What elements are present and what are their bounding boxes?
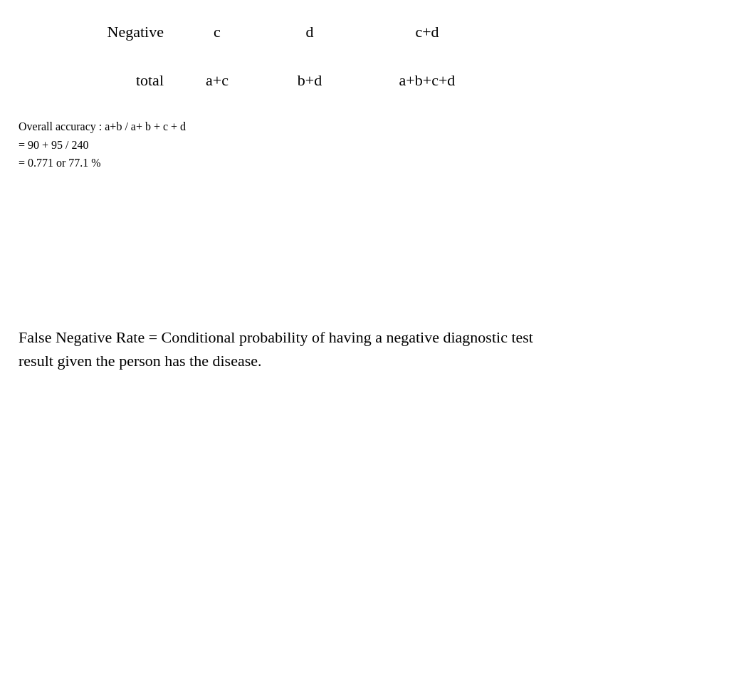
cell-c: c <box>171 23 263 41</box>
cell-ac: a+c <box>171 71 263 90</box>
accuracy-line1: Overall accuracy : a+b / a+ b + c + d <box>19 117 186 136</box>
fnr-section: False Negative Rate = Conditional probab… <box>19 325 695 372</box>
cell-bd: b+d <box>263 71 356 90</box>
cell-abcd: a+b+c+d <box>356 71 498 90</box>
label-negative: Negative <box>0 23 171 41</box>
table-row-total: total a+c b+d a+b+c+d <box>0 71 756 90</box>
fnr-line1: False Negative Rate = Conditional probab… <box>19 325 695 349</box>
fnr-line2: result given the person has the disease. <box>19 349 695 372</box>
table-row-negative: Negative c d c+d <box>0 23 756 41</box>
cell-cd: c+d <box>356 23 498 41</box>
overall-accuracy-section: Overall accuracy : a+b / a+ b + c + d = … <box>19 117 186 172</box>
accuracy-line3: = 0.771 or 77.1 % <box>19 154 186 172</box>
main-content: Negative c d c+d total a+c b+d a+b+c+d O… <box>0 0 756 700</box>
cell-d: d <box>263 23 356 41</box>
label-total: total <box>0 71 171 90</box>
accuracy-line2: = 90 + 95 / 240 <box>19 136 186 155</box>
